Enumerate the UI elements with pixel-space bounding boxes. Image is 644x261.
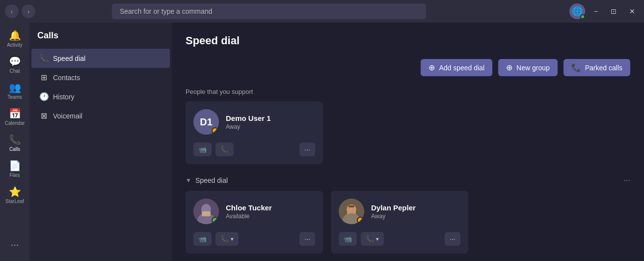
new-group-icon: ⊕ bbox=[506, 63, 512, 72]
more-options-button[interactable]: ··· bbox=[299, 143, 315, 156]
video-call-button-chloe[interactable]: 📹 bbox=[193, 232, 212, 246]
contact-status: Away bbox=[226, 123, 271, 130]
card-header-dylan: Dylan Pepler Away bbox=[339, 199, 460, 224]
nav-rail: 🔔 Activity 💬 Chat 👥 Teams 📅 Calendar 📞 C… bbox=[0, 23, 29, 261]
add-speed-dial-icon: ⊕ bbox=[429, 63, 435, 72]
people-cards-row: D1 Demo User 1 Away 📹 📞 bbox=[186, 101, 630, 164]
content-area: Speed dial ⊕ Add speed dial ⊕ New group … bbox=[172, 23, 644, 261]
avatar-dylan-pepler bbox=[339, 199, 364, 224]
more-dots-icon: ··· bbox=[304, 145, 310, 153]
search-bar[interactable]: Search for or type a command bbox=[112, 3, 426, 19]
contact-status-chloe: Available bbox=[226, 213, 272, 220]
sidebar-nav-voicemail[interactable]: ⊠ Voicemail bbox=[31, 106, 170, 125]
audio-call-button-chloe[interactable]: 📞 ▾ bbox=[215, 232, 239, 246]
add-speed-dial-label: Add speed dial bbox=[439, 64, 484, 72]
video-icon: 📹 bbox=[344, 235, 352, 243]
sidebar-nav-speed-dial[interactable]: 📞 Speed dial bbox=[31, 49, 170, 68]
nav-buttons: ‹ › bbox=[5, 4, 35, 18]
contact-card-chloe-tucker: Chloe Tucker Available 📹 📞 ▾ ··· bbox=[186, 191, 323, 254]
video-icon: 📹 bbox=[198, 235, 207, 243]
section-more-icon[interactable]: ··· bbox=[624, 176, 630, 185]
more-options-button-dylan[interactable]: ··· bbox=[445, 232, 460, 246]
activity-label: Activity bbox=[7, 42, 23, 48]
contact-card-dylan-pepler: Dylan Pepler Away 📹 📞 ▾ ··· bbox=[331, 191, 468, 254]
card-header: D1 Demo User 1 Away bbox=[193, 109, 315, 135]
card-info-chloe: Chloe Tucker Available bbox=[226, 203, 272, 220]
sidebar-nav-contacts[interactable]: ⊞ Contacts bbox=[31, 68, 170, 87]
speed-dial-nav-icon: 📞 bbox=[39, 54, 48, 63]
people-section-label: People that you support bbox=[186, 88, 630, 95]
status-indicator-dylan bbox=[357, 217, 364, 224]
audio-call-button[interactable]: 📞 bbox=[215, 143, 234, 156]
close-button[interactable]: ✕ bbox=[625, 5, 639, 17]
sidebar-item-files[interactable]: 📄 Files bbox=[3, 157, 27, 181]
sidebar-item-calendar[interactable]: 📅 Calendar bbox=[3, 105, 27, 129]
add-speed-dial-button[interactable]: ⊕ Add speed dial bbox=[421, 59, 492, 76]
more-options-button-chloe[interactable]: ··· bbox=[299, 232, 315, 246]
calls-label: Calls bbox=[9, 146, 20, 152]
sidebar-item-teams[interactable]: 👥 Teams bbox=[3, 79, 27, 103]
video-icon: 📹 bbox=[198, 145, 207, 153]
contact-status-dylan: Away bbox=[371, 213, 416, 220]
contact-name-chloe: Chloe Tucker bbox=[226, 203, 272, 212]
contact-name: Demo User 1 bbox=[226, 114, 271, 122]
contacts-nav-label: Contacts bbox=[53, 74, 80, 82]
chat-label: Chat bbox=[9, 68, 20, 74]
titlebar: ‹ › Search for or type a command 🌐 − ⊡ ✕ bbox=[0, 0, 644, 23]
speed-dial-section-header: ▼ Speed dial ··· bbox=[186, 176, 630, 185]
page-title: Speed dial bbox=[186, 34, 630, 47]
video-call-button-dylan[interactable]: 📹 bbox=[339, 232, 357, 246]
avatar-demo-user-1: D1 bbox=[193, 109, 219, 135]
status-indicator bbox=[212, 127, 218, 134]
sidebar-item-chat[interactable]: 💬 Chat bbox=[3, 53, 27, 77]
chevron-down-icon: ▾ bbox=[376, 236, 379, 242]
contacts-nav-icon: ⊞ bbox=[39, 73, 48, 82]
avatar-initials: D1 bbox=[200, 116, 213, 128]
video-call-button[interactable]: 📹 bbox=[193, 143, 212, 156]
parked-calls-label: Parked calls bbox=[585, 64, 622, 72]
collapse-icon[interactable]: ▼ bbox=[186, 177, 191, 184]
avatar-chloe-tucker bbox=[193, 199, 219, 224]
new-group-button[interactable]: ⊕ New group bbox=[498, 59, 558, 76]
card-info-dylan: Dylan Pepler Away bbox=[371, 203, 416, 220]
sidebar-nav-history[interactable]: 🕐 History bbox=[31, 87, 170, 106]
teams-label: Teams bbox=[7, 94, 22, 100]
sidebar-title: Calls bbox=[29, 30, 172, 49]
user-avatar[interactable]: 🌐 bbox=[569, 3, 585, 19]
svg-rect-9 bbox=[349, 205, 354, 207]
phone-icon: 📞 bbox=[220, 145, 229, 153]
sidebar: Calls 📞 Speed dial ⊞ Contacts 🕐 History … bbox=[29, 23, 172, 261]
main-layout: 🔔 Activity 💬 Chat 👥 Teams 📅 Calendar 📞 C… bbox=[0, 23, 644, 261]
sidebar-item-calls[interactable]: 📞 Calls bbox=[3, 131, 27, 155]
teams-icon: 👥 bbox=[9, 82, 21, 93]
speed-dial-section-label: Speed dial bbox=[195, 176, 228, 184]
svg-rect-4 bbox=[202, 211, 211, 216]
card-actions-dylan: 📹 📞 ▾ ··· bbox=[339, 232, 460, 246]
sidebar-item-activity[interactable]: 🔔 Activity bbox=[3, 27, 27, 51]
rail-more-button[interactable]: ··· bbox=[3, 235, 27, 253]
card-actions-chloe: 📹 📞 ▾ ··· bbox=[193, 232, 315, 246]
calendar-label: Calendar bbox=[5, 120, 25, 126]
files-icon: 📄 bbox=[9, 160, 21, 172]
sidebar-item-starleaf[interactable]: ⭐ StarLeaf bbox=[3, 183, 27, 207]
card-info: Demo User 1 Away bbox=[226, 114, 271, 130]
speed-dial-nav-label: Speed dial bbox=[53, 55, 85, 62]
more-dots-icon: ··· bbox=[450, 235, 456, 243]
titlebar-right: 🌐 − ⊡ ✕ bbox=[569, 3, 639, 19]
contact-card-demo-user-1: D1 Demo User 1 Away 📹 📞 bbox=[186, 101, 323, 164]
history-nav-label: History bbox=[53, 93, 75, 101]
contact-name-dylan: Dylan Pepler bbox=[371, 203, 416, 212]
audio-call-button-dylan[interactable]: 📞 ▾ bbox=[361, 232, 384, 246]
back-button[interactable]: ‹ bbox=[5, 4, 19, 18]
user-status-dot bbox=[580, 14, 585, 19]
maximize-button[interactable]: ⊡ bbox=[607, 5, 620, 17]
parked-calls-button[interactable]: 📞 Parked calls bbox=[564, 59, 630, 76]
card-header-chloe: Chloe Tucker Available bbox=[193, 199, 315, 224]
search-placeholder: Search for or type a command bbox=[120, 7, 212, 15]
voicemail-nav-icon: ⊠ bbox=[39, 111, 48, 120]
action-bar: ⊕ Add speed dial ⊕ New group 📞 Parked ca… bbox=[186, 59, 630, 76]
activity-icon: 🔔 bbox=[9, 29, 21, 41]
minimize-button[interactable]: − bbox=[590, 5, 602, 17]
phone-icon: 📞 bbox=[366, 235, 374, 243]
forward-button[interactable]: › bbox=[22, 4, 35, 18]
